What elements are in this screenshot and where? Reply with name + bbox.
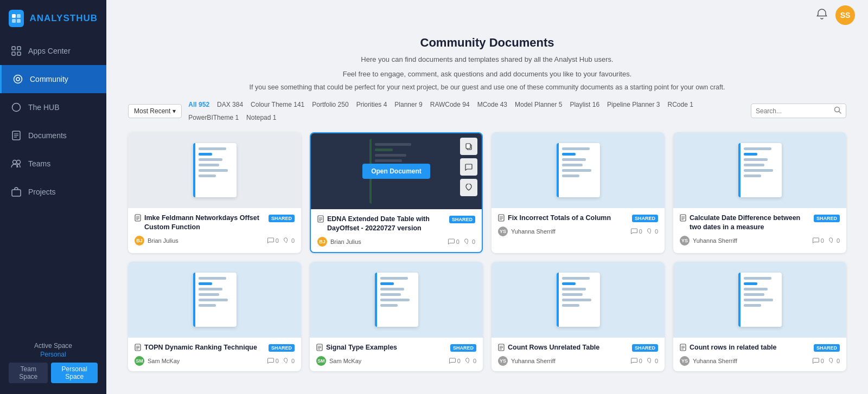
document-card[interactable]: Fix Incorrect Totals of a Column SHARED … (492, 132, 665, 253)
card-title-row: Imke Feldmann Networkdays Offset Custom … (135, 214, 295, 232)
content-area: Community Documents Here you can find do… (106, 30, 868, 394)
document-icon (498, 214, 505, 223)
card-stats: 0 0 (631, 228, 658, 235)
sidebar-item-teams[interactable]: Teams (0, 150, 106, 178)
search-icon[interactable] (834, 106, 841, 115)
author-info: YS Yuhanna Sherriff (680, 236, 737, 246)
filter-tag[interactable]: Portfolio 250 (310, 100, 350, 109)
document-icon (135, 344, 141, 353)
sidebar-item-the-hub[interactable]: The HUB (0, 93, 106, 121)
card-info: Signal Type Examples SHARED SM Sam McKay… (310, 338, 483, 371)
author-avatar: BJ (317, 237, 327, 247)
notification-bell-icon[interactable] (816, 8, 828, 23)
sidebar: ANALYSTHUB Apps Center Community The HUB (0, 0, 106, 394)
document-card[interactable]: Imke Feldmann Networkdays Offset Custom … (128, 132, 301, 253)
document-card[interactable]: Count Rows Unrelated Table SHARED YS Yuh… (492, 262, 665, 371)
sidebar-item-projects[interactable]: Projects (0, 178, 106, 206)
filter-tag[interactable]: Priorities 4 (354, 100, 390, 109)
document-icon (317, 215, 324, 224)
svg-rect-0 (12, 14, 16, 18)
filter-tag[interactable]: RCode 1 (666, 100, 695, 109)
card-thumbnail (128, 262, 301, 338)
filter-tag[interactable]: DAX 384 (215, 100, 245, 109)
filter-tag[interactable]: Planner 9 (392, 100, 424, 109)
like-stat: 0 (828, 358, 840, 364)
like-stat: 0 (647, 228, 658, 235)
sidebar-item-label: The HUB (28, 103, 60, 112)
card-title: EDNA Extended Date Table with DayOffset … (327, 215, 446, 234)
card-author-row: YS Yuhanna Sherriff 0 0 (498, 356, 658, 366)
author-info: YS Yuhanna Sherriff (498, 356, 556, 366)
comment-icon[interactable] (460, 158, 477, 176)
card-stats: 0 0 (449, 358, 476, 364)
document-card[interactable]: Signal Type Examples SHARED SM Sam McKay… (310, 262, 483, 371)
card-thumbnail: Open Document (311, 133, 482, 209)
sidebar-item-label: Teams (28, 159, 50, 168)
document-card[interactable]: Calculate Date Difference between two da… (673, 132, 846, 253)
filter-tag[interactable]: PowerBITheme 1 (186, 113, 241, 122)
filter-tag[interactable]: MCode 43 (475, 100, 509, 109)
card-author-row: YS Yuhanna Sherriff 0 0 (680, 356, 840, 366)
svg-line-19 (839, 112, 841, 114)
shared-badge: SHARED (269, 344, 295, 352)
shared-badge: SHARED (269, 215, 295, 222)
sidebar-item-community[interactable]: Community (0, 65, 106, 93)
copy-icon[interactable] (460, 138, 477, 155)
shared-badge: SHARED (632, 215, 658, 222)
filter-bar: Most Recent ▾ All 952DAX 384Colour Theme… (128, 100, 846, 122)
svg-rect-7 (17, 52, 21, 55)
author-avatar: SM (316, 356, 326, 366)
projects-icon (11, 186, 22, 197)
author-avatar: YS (680, 236, 690, 246)
comment-stat: 0 (813, 237, 824, 244)
shared-badge: SHARED (814, 344, 840, 352)
cards-grid: Imke Feldmann Networkdays Offset Custom … (128, 132, 846, 371)
author-name: Brian Julius (148, 237, 178, 244)
author-info: BJ Brian Julius (135, 236, 178, 246)
filter-tag[interactable]: RAWCode 94 (428, 100, 472, 109)
card-title-row: TOPN Dynamic Ranking Technique SHARED (135, 343, 295, 353)
search-input[interactable] (756, 107, 832, 115)
sort-dropdown[interactable]: Most Recent ▾ (128, 104, 182, 118)
filter-tag[interactable]: All 952 (186, 100, 212, 109)
card-author-row: BJ Brian Julius 0 0 (135, 236, 295, 246)
author-avatar: YS (680, 356, 690, 366)
filter-tag[interactable]: Notepad 1 (244, 113, 278, 122)
author-info: SM Sam McKay (316, 356, 361, 366)
card-title: Calculate Date Difference between two da… (690, 214, 810, 232)
filter-tag[interactable]: Colour Theme 141 (248, 100, 307, 109)
document-card[interactable]: Open Document EDNA Extended Date Table w… (310, 132, 483, 253)
comment-stat: 0 (631, 228, 642, 235)
favorite-icon[interactable] (460, 179, 477, 196)
filter-tags: All 952DAX 384Colour Theme 141Portfolio … (186, 100, 746, 122)
sidebar-navigation: Apps Center Community The HUB Documents (0, 37, 106, 333)
filter-tag[interactable]: Playlist 16 (567, 100, 602, 109)
user-avatar[interactable]: SS (835, 5, 855, 25)
sidebar-item-documents[interactable]: Documents (0, 121, 106, 150)
open-document-button[interactable]: Open Document (362, 164, 430, 179)
card-overlay: Open Document (311, 133, 482, 209)
card-stats: 0 0 (448, 238, 475, 245)
card-stats: 0 0 (813, 237, 840, 244)
shared-badge: SHARED (450, 344, 476, 352)
filter-tag[interactable]: Model Planner 5 (513, 100, 564, 109)
card-info: Count rows in related table SHARED YS Yu… (673, 338, 846, 371)
svg-rect-4 (12, 47, 15, 50)
card-thumbnail (673, 262, 846, 338)
chevron-down-icon: ▾ (173, 107, 176, 115)
document-card[interactable]: Count rows in related table SHARED YS Yu… (673, 262, 846, 371)
sidebar-item-apps-center[interactable]: Apps Center (0, 37, 106, 65)
document-card[interactable]: TOPN Dynamic Ranking Technique SHARED SM… (128, 262, 301, 371)
card-thumbnail (310, 262, 483, 338)
apps-center-icon (11, 46, 22, 56)
sidebar-item-label: Projects (28, 188, 56, 196)
like-stat: 0 (464, 238, 475, 245)
filter-tag[interactable]: Pipeline Planner 3 (605, 100, 662, 109)
personal-space-button[interactable]: Personal Space (51, 363, 98, 383)
team-space-button[interactable]: Team Space (9, 363, 48, 383)
card-title: Imke Feldmann Networkdays Offset Custom … (144, 214, 265, 232)
card-stats: 0 0 (813, 358, 840, 364)
logo-text: ANALYSTHUB (29, 13, 98, 24)
card-thumbnail (128, 132, 301, 208)
card-stats: 0 0 (631, 358, 658, 364)
